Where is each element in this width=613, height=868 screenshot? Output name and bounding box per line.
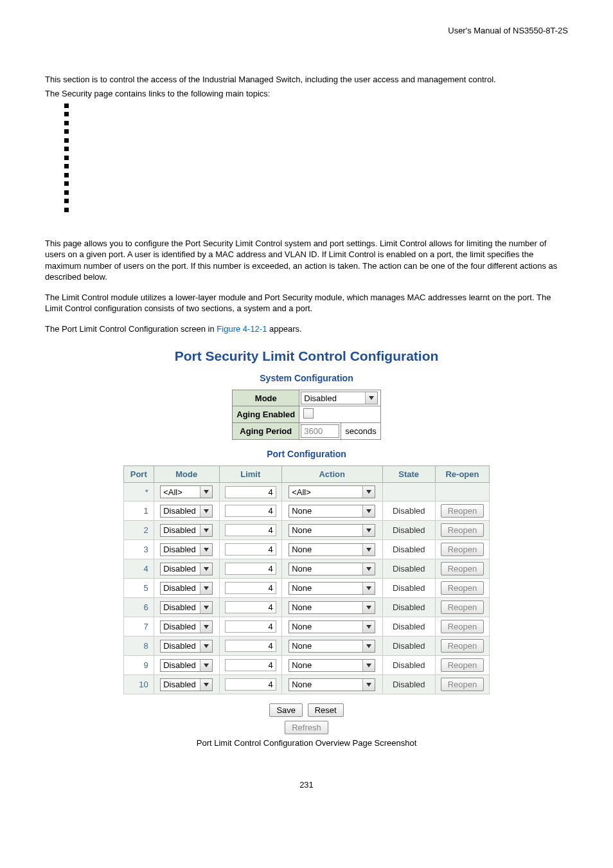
reopen-button[interactable]: Reopen [441,581,484,595]
port-number: 4 [123,559,154,579]
chevron-down-icon [200,563,212,575]
reopen-button[interactable]: Reopen [441,543,484,556]
limit-input[interactable]: 4 [225,582,276,594]
state-value: Disabled [382,579,435,598]
port-number: 2 [123,521,154,540]
reopen-button[interactable]: Reopen [441,678,484,691]
reopen-button[interactable]: Reopen [441,523,484,537]
action-select[interactable]: None [289,563,375,575]
body-para-1: This page allows you to configure the Po… [45,238,568,283]
mode-select[interactable]: Disabled [160,601,213,614]
reopen-button[interactable]: Reopen [441,562,484,575]
chevron-down-icon [365,392,377,404]
svg-marker-0 [369,396,374,400]
action-select[interactable]: None [289,582,375,595]
table-row: 9Disabled4NoneDisabledReopen [123,656,490,675]
sys-mode-select[interactable]: Disabled [301,392,378,404]
config-page-title: Port Security Limit Control Configuratio… [45,348,568,364]
mode-select[interactable]: Disabled [160,582,213,595]
action-select[interactable]: None [289,543,375,556]
figure-ref-link[interactable]: Figure 4-12-1 [217,324,267,334]
chevron-down-icon [362,525,375,536]
reopen-button[interactable]: Reopen [441,658,484,672]
reopen-button[interactable]: Reopen [441,620,484,633]
port-number: 5 [123,579,154,598]
system-config-title: System Configuration [45,373,568,383]
intro-text-1: This section is to control the access of… [45,74,568,86]
aging-enabled-checkbox[interactable] [303,408,314,419]
mode-select[interactable]: Disabled [160,563,213,575]
mode-select[interactable]: Disabled [160,524,213,537]
body-para-2: The Limit Control module utilizes a lowe… [45,292,568,314]
hdr-action: Action [281,466,382,483]
svg-marker-11 [204,586,209,590]
state-value: Disabled [382,559,435,579]
action-select[interactable]: None [289,505,375,518]
action-select[interactable]: None [289,601,375,614]
chevron-down-icon [200,621,212,633]
table-row: 1Disabled4NoneDisabledReopen [123,502,490,521]
intro-text-2: The Security page contains links to the … [45,88,568,100]
svg-marker-20 [366,664,371,667]
system-config-table: Mode Disabled Aging Enabled Aging Period… [232,390,380,440]
chevron-down-icon [362,486,375,498]
mode-select[interactable]: Disabled [160,659,213,672]
reopen-button[interactable]: Reopen [441,504,484,518]
limit-input[interactable]: 4 [225,563,276,575]
mode-select[interactable]: Disabled [160,678,213,691]
action-select[interactable]: None [289,620,375,633]
port-config-table: Port Mode Limit Action State Re-open * <… [123,466,490,694]
para3-post: appears. [267,324,301,334]
svg-marker-12 [366,586,371,590]
state-value: Disabled [382,598,435,617]
svg-marker-10 [366,567,371,571]
mode-select[interactable]: Disabled [160,640,213,653]
state-value: Disabled [382,617,435,637]
limit-input[interactable]: 4 [225,659,276,671]
limit-input[interactable]: 4 [225,620,276,633]
svg-marker-17 [204,644,209,648]
limit-input-all[interactable]: 4 [225,486,276,498]
mode-select[interactable]: Disabled [160,543,213,556]
svg-marker-2 [366,490,371,494]
table-row: 2Disabled4NoneDisabledReopen [123,521,490,540]
svg-marker-15 [204,625,209,629]
action-select[interactable]: None [289,678,375,691]
state-value: Disabled [382,540,435,559]
limit-input[interactable]: 4 [225,678,276,691]
action-select[interactable]: None [289,640,375,653]
table-row: 8Disabled4NoneDisabledReopen [123,637,490,656]
mode-select[interactable]: Disabled [160,620,213,633]
chevron-down-icon [362,505,375,517]
chevron-down-icon [362,640,375,652]
action-select[interactable]: None [289,659,375,672]
sys-mode-value: Disabled [301,393,365,403]
svg-marker-6 [366,529,371,532]
reopen-button[interactable]: Reopen [441,601,484,614]
limit-input[interactable]: 4 [225,640,276,652]
state-value: Disabled [382,656,435,675]
limit-input[interactable]: 4 [225,524,276,536]
state-value: Disabled [382,521,435,540]
action-select-all[interactable]: <All> [289,485,375,498]
reopen-button[interactable]: Reopen [441,639,484,653]
hdr-reopen: Re-open [435,466,490,483]
svg-marker-22 [366,683,371,687]
port-number: 7 [123,617,154,637]
limit-input[interactable]: 4 [225,505,276,517]
mode-select[interactable]: Disabled [160,505,213,518]
svg-marker-9 [204,567,209,571]
save-button[interactable]: Save [269,703,303,717]
mode-select-all[interactable]: <All> [160,485,213,498]
reset-button[interactable]: Reset [308,703,344,717]
refresh-button[interactable]: Refresh [285,721,328,734]
chevron-down-icon [362,583,375,594]
hdr-state: State [382,466,435,483]
limit-input[interactable]: 4 [225,543,276,556]
chevron-down-icon [200,602,212,613]
action-select[interactable]: None [289,524,375,537]
limit-input[interactable]: 4 [225,601,276,613]
aging-period-input[interactable]: 3600 [301,424,339,438]
table-row: 10Disabled4NoneDisabledReopen [123,675,490,694]
table-row: 6Disabled4NoneDisabledReopen [123,598,490,617]
